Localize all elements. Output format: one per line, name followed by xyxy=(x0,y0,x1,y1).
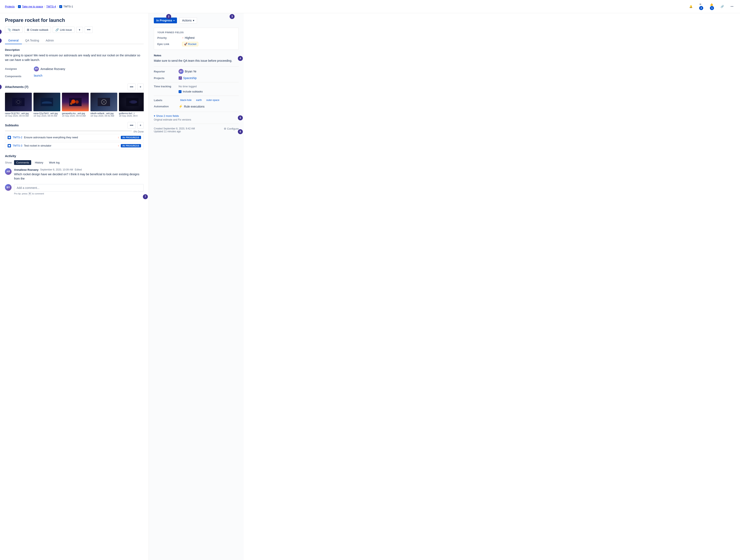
svg-rect-17 xyxy=(8,136,10,138)
more-btn[interactable]: ••• xyxy=(729,4,735,9)
divider-1 xyxy=(154,66,239,67)
attachment-2[interactable]: nasa-Q1p7bh3...ash.jpg 18 Sep 2020, 09:4… xyxy=(33,93,60,117)
notifications-btn[interactable]: 🔔 xyxy=(687,4,694,9)
activity-tab-worklog[interactable]: Work log xyxy=(47,160,62,165)
tab-general[interactable]: General xyxy=(5,37,22,44)
tab-qa-testing[interactable]: QA Testing xyxy=(22,37,42,44)
projects-value: 🚀 Spaceship xyxy=(179,76,197,80)
subtask-1-status: IN PROGRESS xyxy=(121,136,141,139)
automation-row: ⚡ Rule executions xyxy=(179,104,205,108)
attachments-add-btn[interactable]: + xyxy=(137,84,144,90)
components-label: Components xyxy=(5,74,34,78)
ellipsis-icon: ••• xyxy=(731,5,733,8)
status-button[interactable]: In Progress ▾ xyxy=(154,17,177,23)
activity-tab-comments[interactable]: Comments xyxy=(14,160,31,165)
time-tracking-field: Time tracking No time logged ✓ Include s… xyxy=(154,85,239,93)
issue-tabs: General QA Testing Admin xyxy=(5,37,144,44)
subtask-1-summary: Ensure astronauts have everything they n… xyxy=(24,136,116,139)
comment-input[interactable]: Add a comment... xyxy=(14,184,144,192)
ellipsis-toolbar-btn[interactable]: ••• xyxy=(85,26,93,33)
actions-arrow-icon: ▾ xyxy=(193,19,194,22)
priority-field: Priority ↑ Highest xyxy=(157,36,235,39)
create-subtask-button[interactable]: ⊞ Create subtask xyxy=(24,27,51,33)
activity-tab-history[interactable]: History xyxy=(33,160,45,165)
more-toolbar-btn[interactable]: ▾ xyxy=(76,27,83,33)
assignee-label: Assignee xyxy=(5,67,34,70)
priority-text: Highest xyxy=(185,36,194,39)
priority-value: ↑ Highest xyxy=(182,36,194,39)
likes-btn[interactable]: 👍 1 xyxy=(708,2,716,11)
updated-text: Updated 11 minutes ago xyxy=(154,130,195,133)
progress-row: 0% Done xyxy=(5,130,144,133)
subtask-1-key[interactable]: TMTS-2 xyxy=(13,136,22,139)
progress-bar-bg xyxy=(5,130,132,131)
comment-input-wrapper-outer: BY Add a comment... Pro tip: press M to … xyxy=(5,184,144,195)
comment-input-row: BY Add a comment... Pro tip: press M to … xyxy=(5,184,144,195)
components-link[interactable]: launch xyxy=(34,74,42,77)
subtask-1: TMTS-2 Ensure astronauts have everything… xyxy=(5,134,144,141)
pro-tip-text: Pro tip: press xyxy=(14,192,27,195)
comment-1-text: Which rocket design have we decided on? … xyxy=(14,172,144,181)
link-issue-button[interactable]: 🔗 Link issue xyxy=(53,27,75,33)
breadcrumb-space[interactable]: Take me to space xyxy=(22,5,43,8)
current-user-avatar: BY xyxy=(5,184,12,191)
activity-show-row: Show: Comments History Work log xyxy=(5,160,144,165)
label-earth[interactable]: earth xyxy=(194,98,203,102)
assignee-value: AR Annaliese Rozvany xyxy=(34,67,65,71)
label-black-hole[interactable]: black-hole xyxy=(179,98,193,102)
breadcrumb-parent[interactable]: TMTS-4 xyxy=(46,5,56,8)
subtask-2-status: IN PROGRESS xyxy=(121,144,141,148)
svg-point-16 xyxy=(129,101,131,103)
comment-1-meta: Annaliese Rozvany September 8, 2020, 10:… xyxy=(14,168,144,171)
lightning-icon: ⚡ xyxy=(179,104,183,108)
attachment-3[interactable]: ganapathy-ku...ash.jpg 18 Sep 2020, 09:4… xyxy=(62,93,89,117)
toolbar: 📎 Attach ⊞ Create subtask 🔗 Link issue ▾… xyxy=(5,26,93,33)
configure-btn[interactable]: ⚙ Configure xyxy=(224,127,239,130)
chevron-down-icon: ▾ xyxy=(154,114,155,117)
subtask-2-key[interactable]: TMTS-3 xyxy=(13,144,22,147)
include-subtasks-row: ✓ Include subtasks xyxy=(179,90,203,93)
reporter-label: Reporter xyxy=(154,70,179,73)
time-tracking-value: No time logged ✓ Include subtasks xyxy=(179,85,203,93)
share-btn[interactable]: 🔗 xyxy=(719,4,726,9)
components-field: Components launch xyxy=(5,74,144,78)
attachment-4-name: niketh-vellank...ash.jpg xyxy=(90,112,117,114)
include-subtasks-checkbox[interactable]: ✓ xyxy=(179,90,182,93)
subtasks-add-btn[interactable]: + xyxy=(137,122,144,128)
reporter-avatar: BY xyxy=(179,69,184,74)
subtasks-more-btn[interactable]: ••• xyxy=(127,122,135,128)
attach-button[interactable]: 📎 Attach xyxy=(5,27,22,33)
tab-admin[interactable]: Admin xyxy=(42,37,57,44)
left-panel: Prepare rocket for launch 1 📎 Attach ⊞ C… xyxy=(0,13,149,560)
activity-title: Activity xyxy=(5,154,144,158)
attachment-2-date: 18 Sep 2020, 09:44 AM xyxy=(33,114,60,117)
projects-field: Projects 🚀 Spaceship xyxy=(154,76,239,80)
attachment-4-date: 18 Sep 2020, 09:42 AM xyxy=(90,114,117,117)
automation-value: ⚡ Rule executions xyxy=(179,104,205,108)
label-outer-space[interactable]: outer-space xyxy=(205,98,221,102)
subtask-2-summary: Test rocket in simulator xyxy=(24,144,116,147)
comment-1: AR Annaliese Rozvany September 8, 2020, … xyxy=(5,168,144,181)
created-text: Created September 8, 2020, 9:42 AM xyxy=(154,127,195,130)
show-more-btn[interactable]: ▾ Show 2 more fields xyxy=(154,114,239,117)
epic-link-value: 🚀 Rocket xyxy=(182,42,198,46)
attachment-1[interactable]: nasa-OLlj17tU...ash.jpg 18 Sep 2020, 09:… xyxy=(5,93,32,117)
attachment-3-date: 18 Sep 2020, 09:43 AM xyxy=(62,114,89,117)
epic-link-tag[interactable]: 🚀 Rocket xyxy=(182,42,198,46)
annotation-6: 6 xyxy=(238,129,243,134)
attachment-4[interactable]: niketh-vellank...ash.jpg 18 Sep 2020, 09… xyxy=(90,93,117,117)
subtask-2-priority: ↑ xyxy=(118,144,119,148)
watchers-btn[interactable]: 👁 2 xyxy=(698,2,705,11)
attachment-5[interactable]: guillermo-ferl...i 18 Sep 2020, 09:4 xyxy=(119,93,144,117)
automation-text: Rule executions xyxy=(184,105,205,108)
projects-link[interactable]: Spaceship xyxy=(183,76,197,80)
annotation-2: 2 xyxy=(166,14,171,19)
attachments-more-btn[interactable]: ••• xyxy=(127,84,135,90)
attachments-title: Attachments (7) xyxy=(5,85,28,89)
breadcrumb-projects[interactable]: Projects xyxy=(5,5,15,8)
attachment-4-thumb xyxy=(90,93,117,111)
svg-rect-0 xyxy=(12,98,24,106)
actions-button[interactable]: Actions ▾ xyxy=(179,17,197,23)
annotation-1: 1 xyxy=(0,29,2,34)
pinned-fields: YOUR PINNED FIELDS Priority ↑ Highest Ep… xyxy=(154,28,239,50)
